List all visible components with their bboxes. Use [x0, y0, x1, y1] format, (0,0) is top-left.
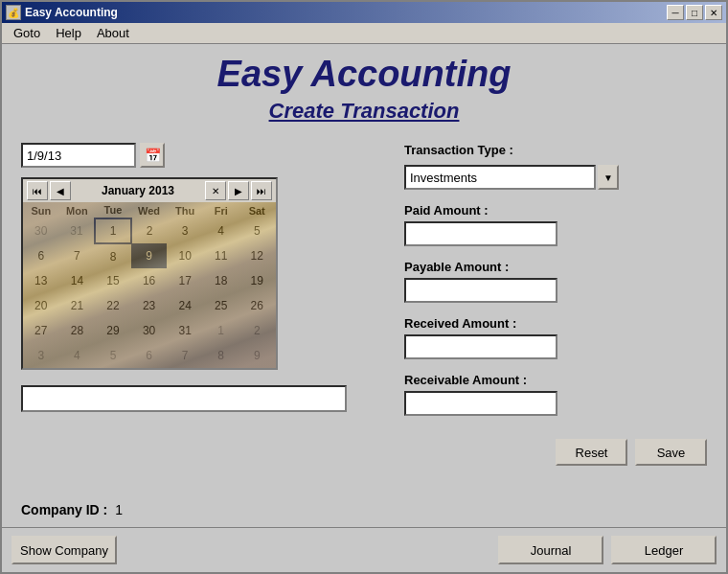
calendar-grid: Sun Mon Tue Wed Thu Fri Sat 303112345678…	[23, 202, 276, 368]
calendar-day[interactable]: 31	[59, 218, 96, 243]
calendar-prev-button[interactable]: ◀	[50, 181, 71, 200]
calendar-day[interactable]: 7	[59, 243, 96, 268]
minimize-button[interactable]: ─	[667, 5, 684, 20]
calendar-day[interactable]: 2	[131, 218, 168, 243]
menu-help[interactable]: Help	[48, 24, 89, 42]
right-panel: Transaction Type : Investments Expenses …	[404, 143, 707, 517]
close-button[interactable]: ✕	[705, 5, 722, 20]
date-input[interactable]	[21, 143, 136, 168]
calendar-day[interactable]: 4	[203, 218, 239, 243]
receivable-amount-input[interactable]	[404, 391, 557, 416]
calendar-day[interactable]: 8	[95, 243, 131, 268]
calendar-day[interactable]: 6	[131, 343, 168, 368]
calendar-day[interactable]: 23	[131, 293, 168, 318]
app-title: Easy Accounting	[21, 54, 707, 95]
calendar-day[interactable]: 18	[203, 268, 239, 293]
received-amount-input[interactable]	[404, 334, 557, 359]
calendar-day[interactable]: 12	[239, 243, 275, 268]
transaction-type-select-row: Investments Expenses Revenue Assets Liab…	[404, 165, 707, 190]
received-amount-label: Received Amount :	[404, 316, 707, 331]
calendar-day[interactable]: 5	[95, 343, 131, 368]
show-company-button[interactable]: Show Company	[11, 536, 117, 564]
day-header-fri: Fri	[203, 202, 239, 218]
calendar-day[interactable]: 26	[239, 293, 275, 318]
menu-goto[interactable]: Goto	[6, 24, 48, 42]
calendar-day[interactable]: 27	[23, 318, 59, 343]
calendar-day[interactable]: 22	[95, 293, 131, 318]
calendar-day[interactable]: 16	[131, 268, 168, 293]
window-controls: ─ □ ✕	[667, 5, 722, 20]
calendar-day[interactable]: 10	[167, 243, 203, 268]
calendar-day[interactable]: 7	[167, 343, 203, 368]
calendar-toggle-button[interactable]: 📅	[140, 143, 165, 168]
left-panel: 📅 ⏮ ◀ January 2013 ✕ ▶ ⏭	[21, 143, 385, 517]
calendar-day[interactable]: 30	[131, 318, 168, 343]
calendar-day[interactable]: 5	[239, 218, 275, 243]
transaction-type-label: Transaction Type :	[404, 143, 707, 157]
calendar-day[interactable]: 6	[23, 243, 59, 268]
calendar-day[interactable]: 21	[59, 293, 96, 318]
received-amount-group: Received Amount :	[404, 316, 707, 359]
calendar-day[interactable]: 29	[95, 318, 131, 343]
transaction-type-select[interactable]: Investments Expenses Revenue Assets Liab…	[404, 165, 596, 190]
calendar-day[interactable]: 1	[203, 318, 239, 343]
calendar-day[interactable]: 2	[239, 318, 275, 343]
journal-button[interactable]: Journal	[498, 536, 603, 564]
calendar-day[interactable]: 20	[23, 293, 59, 318]
bottom-bar: Show Company Journal Ledger	[2, 527, 726, 572]
title-bar: 💰 Easy Accounting ─ □ ✕	[2, 2, 726, 23]
sub-title: Create Transaction	[21, 99, 707, 124]
company-id-label: Company ID :	[21, 502, 107, 517]
window-title: Easy Accounting	[25, 6, 667, 19]
bottom-right-buttons: Journal Ledger	[498, 536, 717, 564]
maximize-button[interactable]: □	[686, 5, 703, 20]
calendar-day[interactable]: 1	[95, 218, 131, 243]
main-area: 📅 ⏮ ◀ January 2013 ✕ ▶ ⏭	[21, 143, 707, 517]
paid-amount-input[interactable]	[404, 221, 557, 246]
paid-amount-group: Paid Amount :	[404, 203, 707, 246]
calendar-day[interactable]: 4	[59, 343, 96, 368]
payable-amount-input[interactable]	[404, 278, 557, 303]
transaction-type-group: Transaction Type : Investments Expenses …	[404, 143, 707, 190]
calendar-day[interactable]: 3	[23, 343, 59, 368]
window-icon: 💰	[6, 5, 21, 20]
calendar-day[interactable]: 14	[59, 268, 96, 293]
payable-amount-label: Payable Amount :	[404, 260, 707, 274]
day-header-mon: Mon	[59, 202, 96, 218]
calendar-day[interactable]: 9	[239, 343, 275, 368]
menu-bar: Goto Help About	[2, 23, 726, 44]
receivable-amount-label: Receivable Amount :	[404, 373, 707, 387]
calendar-day[interactable]: 25	[203, 293, 239, 318]
company-id-row: Company ID : 1	[21, 493, 385, 517]
calendar-day[interactable]: 28	[59, 318, 96, 343]
content-area: Easy Accounting Create Transaction 📅 ⏮ ◀…	[2, 44, 726, 527]
day-header-thu: Thu	[167, 202, 203, 218]
select-arrow-icon[interactable]: ▼	[598, 165, 619, 190]
save-button[interactable]: Save	[635, 439, 707, 466]
paid-amount-label: Paid Amount :	[404, 203, 707, 218]
calendar-last-button[interactable]: ⏭	[251, 181, 272, 200]
calendar-first-button[interactable]: ⏮	[27, 181, 48, 200]
day-header-wed: Wed	[131, 202, 168, 218]
menu-about[interactable]: About	[89, 24, 137, 42]
calendar-day[interactable]: 30	[23, 218, 59, 243]
calendar-day[interactable]: 8	[203, 343, 239, 368]
main-window: 💰 Easy Accounting ─ □ ✕ Goto Help About …	[0, 0, 728, 574]
calendar-day[interactable]: 19	[239, 268, 275, 293]
calendar-day[interactable]: 15	[95, 268, 131, 293]
calendar-day[interactable]: 13	[23, 268, 59, 293]
calendar-day[interactable]: 3	[167, 218, 203, 243]
calendar-day[interactable]: 24	[167, 293, 203, 318]
calendar-day[interactable]: 9	[131, 243, 168, 268]
receivable-amount-group: Receivable Amount :	[404, 373, 707, 416]
calendar-day[interactable]: 31	[167, 318, 203, 343]
payable-amount-group: Payable Amount :	[404, 260, 707, 303]
reset-button[interactable]: Reset	[556, 439, 627, 466]
calendar-day[interactable]: 17	[167, 268, 203, 293]
calendar-day[interactable]: 11	[203, 243, 239, 268]
calendar-next-button[interactable]: ▶	[228, 181, 249, 200]
calendar-close-button[interactable]: ✕	[205, 181, 226, 200]
ledger-button[interactable]: Ledger	[611, 536, 717, 564]
company-id-value: 1	[115, 502, 123, 517]
note-input[interactable]	[21, 385, 347, 412]
